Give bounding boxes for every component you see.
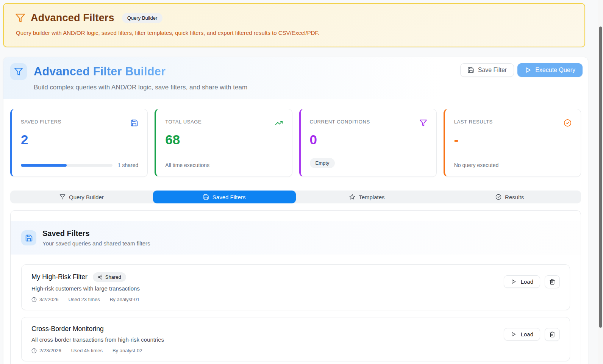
tab-saved-filters[interactable]: Saved Filters [153, 191, 296, 203]
stat-value: 68 [165, 133, 283, 146]
delete-filter-button[interactable] [545, 328, 560, 341]
advanced-filters-banner: Advanced Filters Query Builder Query bui… [3, 3, 585, 47]
page-subtitle: Build complex queries with AND/OR logic,… [34, 84, 581, 91]
stat-value: 2 [21, 133, 138, 146]
progress-fill [21, 164, 67, 167]
banner-title-row: Advanced Filters Query Builder [15, 12, 573, 24]
filter-usage: Used 23 times [69, 297, 100, 302]
saved-filters-panel: Saved Filters Your saved queries and sha… [10, 210, 581, 364]
filter-author: By analyst-02 [112, 348, 142, 353]
share-icon [98, 275, 103, 280]
save-icon [467, 67, 474, 73]
stat-footer-text: No query executed [454, 162, 499, 168]
play-icon [511, 279, 516, 284]
load-label: Load [521, 278, 533, 285]
stat-footer-text: All time executions [165, 162, 209, 168]
play-icon [525, 67, 531, 73]
stat-card-current-conditions: CURRENT CONDITIONS 0 Empty [299, 109, 437, 177]
filter-description: High-risk customers with large transacti… [31, 285, 140, 292]
saved-filter-row: My High-Risk Filter Shared High-risk cus… [21, 264, 570, 310]
stat-card-last-results: LAST RESULTS - No query executed [444, 109, 581, 177]
execute-query-button[interactable]: Execute Query [517, 63, 583, 77]
stat-card-total-usage: TOTAL USAGE 68 All time executions [155, 109, 292, 177]
panel-title: Saved Filters [42, 229, 150, 238]
load-filter-button[interactable]: Load [504, 328, 540, 341]
filter-icon [59, 194, 66, 200]
tab-templates[interactable]: Templates [296, 191, 439, 203]
check-circle-icon [495, 194, 501, 200]
stat-value: - [454, 133, 572, 146]
panel-subtitle: Your saved queries and shared team filte… [42, 240, 150, 247]
stat-card-saved-filters: SAVED FILTERS 2 1 shared [10, 109, 148, 177]
trash-icon [549, 331, 555, 337]
scrollbar-thumb[interactable] [599, 27, 602, 328]
empty-badge: Empty [310, 158, 335, 168]
tab-query-builder[interactable]: Query Builder [10, 191, 153, 203]
banner-title: Advanced Filters [31, 12, 114, 24]
tab-label: Saved Filters [212, 194, 246, 200]
filter-meta: 3/2/2026 Used 23 times By analyst-01 [31, 297, 140, 302]
shared-label: Shared [105, 274, 121, 280]
trash-icon [549, 279, 555, 285]
stat-label: SAVED FILTERS [21, 119, 61, 125]
page-title: Advanced Filter Builder [34, 65, 166, 78]
filter-icon [15, 13, 25, 23]
save-icon-badge [21, 230, 36, 245]
filter-description: All cross-border transactions from high-… [31, 336, 164, 343]
star-icon [349, 194, 355, 200]
header-actions: Save Filter Execute Query [460, 63, 583, 77]
filter-meta: 2/23/2026 Used 45 times By analyst-02 [31, 348, 164, 353]
filter-name: My High-Risk Filter [31, 273, 87, 281]
saved-filters-progress [21, 164, 112, 167]
filter-date: 3/2/2026 [39, 297, 59, 302]
saved-filter-row: Cross-Border Monitoring All cross-border… [21, 317, 570, 361]
filter-icon [419, 119, 427, 128]
load-label: Load [521, 331, 533, 337]
save-filter-label: Save Filter [478, 67, 507, 73]
check-circle-icon [564, 119, 572, 128]
scrollbar-track[interactable] [598, 0, 603, 364]
shared-badge: Shared [93, 272, 126, 282]
clock-icon [31, 348, 37, 353]
stat-label: CURRENT CONDITIONS [310, 119, 370, 125]
save-icon [130, 119, 138, 128]
filter-icon [14, 67, 23, 76]
tab-label: Query Builder [69, 194, 104, 200]
stat-value: 0 [310, 133, 427, 146]
clock-icon [31, 297, 37, 302]
shared-count: 1 shared [118, 162, 138, 168]
filter-date: 2/23/2026 [39, 348, 61, 353]
tab-results[interactable]: Results [438, 191, 581, 203]
panel-header: Saved Filters Your saved queries and sha… [11, 221, 581, 255]
save-filter-button[interactable]: Save Filter [460, 63, 514, 77]
play-icon [511, 331, 516, 337]
banner-description: Query builder with AND/OR logic, saved f… [16, 30, 573, 36]
query-builder-badge: Query Builder [122, 13, 162, 23]
tab-label: Results [505, 194, 524, 200]
tab-bar: Query Builder Saved Filters Templates Re… [10, 191, 581, 203]
builder-header: Advanced Filter Builder Build complex qu… [3, 57, 588, 99]
stat-label: TOTAL USAGE [165, 119, 202, 125]
save-icon [203, 194, 209, 200]
filter-icon-badge [10, 63, 27, 80]
filter-name: Cross-Border Monitoring [31, 325, 104, 333]
saved-filters-list: My High-Risk Filter Shared High-risk cus… [11, 255, 581, 364]
save-icon [25, 234, 33, 242]
filter-usage: Used 45 times [71, 348, 103, 353]
stat-label: LAST RESULTS [454, 119, 493, 125]
execute-query-label: Execute Query [535, 67, 575, 73]
load-filter-button[interactable]: Load [504, 275, 540, 288]
filter-author: By analyst-01 [110, 297, 140, 302]
filter-builder-card: Advanced Filter Builder Build complex qu… [3, 57, 588, 364]
page: Advanced Filters Query Builder Query bui… [0, 0, 603, 364]
tab-label: Templates [359, 194, 384, 200]
stats-row: SAVED FILTERS 2 1 shared [3, 99, 588, 177]
trending-up-icon [275, 119, 283, 128]
delete-filter-button[interactable] [545, 275, 560, 288]
